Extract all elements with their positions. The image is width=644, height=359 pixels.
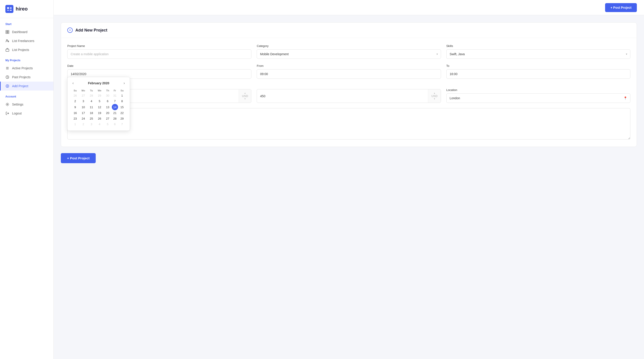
calendar-day[interactable]: 2 — [79, 122, 87, 127]
sidebar-item-label: Active Projects — [12, 66, 33, 70]
calendar-next-button[interactable]: › — [122, 81, 126, 86]
calendar-day[interactable]: 3 — [79, 98, 87, 104]
cal-dow-mo: Mo — [79, 88, 87, 93]
from-input[interactable] — [257, 69, 441, 79]
sidebar-item-dashboard[interactable]: Dashboard — [0, 28, 54, 36]
description-textarea[interactable]: both iOS and Android... — [67, 108, 630, 140]
calendar-day[interactable]: 17 — [79, 110, 87, 116]
form-row-3: Budget ▲ USD ▼ — [67, 84, 630, 103]
grid-icon — [5, 30, 10, 34]
form-title: Add New Project — [75, 28, 107, 33]
sidebar-item-settings[interactable]: Settings — [0, 100, 54, 109]
calendar-day[interactable]: 31 — [112, 93, 118, 98]
budget-max-input[interactable] — [257, 92, 428, 100]
category-select[interactable]: Mobile Development Web Development Desig… — [257, 50, 441, 59]
submit-post-project-button[interactable]: + Post Project — [61, 153, 96, 163]
sidebar-item-label: Dashboard — [12, 30, 28, 34]
location-input-wrapper: 📍 — [446, 94, 630, 103]
briefcase-icon — [5, 48, 10, 52]
sidebar-item-label: Logout — [12, 112, 22, 115]
sidebar-section-account: Account — [0, 90, 54, 100]
svg-rect-4 — [8, 32, 9, 34]
calendar-day[interactable]: 28 — [112, 116, 118, 122]
calendar-day[interactable]: 1 — [71, 122, 79, 127]
calendar-dropdown: ‹ February 2020 › Su Mo Tu — [67, 77, 130, 131]
calendar-day[interactable]: 16 — [71, 110, 79, 116]
svg-rect-6 — [6, 49, 9, 52]
calendar-day[interactable]: 14 — [112, 104, 118, 110]
from-group: From — [257, 64, 441, 79]
calendar-day[interactable]: 28 — [88, 93, 96, 98]
calendar-day[interactable]: 20 — [104, 110, 112, 116]
form-card-header: + Add New Project — [61, 22, 636, 38]
to-input[interactable] — [446, 69, 630, 79]
calendar-day[interactable]: 24 — [79, 116, 87, 122]
calendar-grid: Su Mo Tu We Th Fr Sa — [71, 88, 126, 127]
location-input[interactable] — [446, 94, 630, 103]
location-pin-icon: 📍 — [624, 96, 627, 100]
calendar-day[interactable]: 27 — [104, 116, 112, 122]
sidebar-item-logout[interactable]: Logout — [0, 109, 54, 118]
calendar-day[interactable]: 7 — [118, 122, 126, 127]
calendar-day[interactable]: 26 — [71, 93, 79, 98]
calendar-day[interactable]: 15 — [118, 104, 126, 110]
calendar-day[interactable]: 8 — [118, 98, 126, 104]
calendar-day[interactable]: 12 — [96, 104, 104, 110]
calendar-day[interactable]: 19 — [96, 110, 104, 116]
calendar-day[interactable]: 13 — [104, 104, 112, 110]
sidebar-item-label: Settings — [12, 102, 24, 106]
project-name-input[interactable] — [67, 50, 251, 59]
gear-icon — [5, 102, 10, 106]
calendar-day[interactable]: 9 — [71, 104, 79, 110]
calendar-day[interactable]: 26 — [96, 116, 104, 122]
calendar-day[interactable]: 4 — [96, 122, 104, 127]
calendar-day[interactable]: 29 — [96, 93, 104, 98]
calendar-day[interactable]: 29 — [118, 116, 126, 122]
calendar-day[interactable]: 10 — [79, 104, 87, 110]
calendar-day[interactable]: 6 — [104, 98, 112, 104]
category-group: Category Mobile Development Web Developm… — [257, 44, 441, 59]
calendar-day[interactable]: 23 — [71, 116, 79, 122]
calendar-day[interactable]: 27 — [79, 93, 87, 98]
calendar-day[interactable]: 18 — [88, 110, 96, 116]
logout-icon — [5, 111, 10, 115]
budget-min-suffix: ▲ USD ▼ — [238, 90, 251, 102]
sidebar-item-active-projects[interactable]: Active Projects — [0, 64, 54, 73]
topbar: + Post Project — [54, 0, 644, 15]
calendar-day[interactable]: 25 — [88, 116, 96, 122]
sidebar-item-past-projects[interactable]: Past Projects — [0, 73, 54, 82]
sidebar-item-label: List Freelancers — [12, 39, 34, 43]
skills-select[interactable]: Swift, Java React, Node.js Python, Djang… — [446, 50, 630, 59]
svg-rect-2 — [8, 30, 9, 32]
location-label: Location — [446, 88, 630, 92]
sidebar-item-list-projects[interactable]: List Projects — [0, 46, 54, 54]
svg-rect-1 — [6, 30, 7, 32]
calendar-day[interactable]: 5 — [104, 122, 112, 127]
budget-max-suffix: ▲ USD ▼ — [428, 90, 440, 102]
clock-icon — [5, 75, 10, 79]
category-label: Category — [257, 44, 441, 48]
calendar-day[interactable]: 2 — [71, 98, 79, 104]
calendar-month-title: February 2020 — [88, 81, 109, 85]
calendar-day[interactable]: 4 — [88, 98, 96, 104]
form-row-1: Project Name Category Mobile Development… — [67, 44, 630, 59]
svg-point-5 — [6, 40, 8, 41]
calendar-day[interactable]: 3 — [88, 122, 96, 127]
date-group: Date ‹ February 2020 › — [67, 64, 251, 79]
sidebar-item-list-freelancers[interactable]: List Freelancers — [0, 36, 54, 46]
calendar-day[interactable]: 11 — [88, 104, 96, 110]
topbar-post-project-button[interactable]: + Post Project — [605, 3, 637, 12]
cal-dow-sa: Sa — [118, 88, 126, 93]
calendar-day[interactable]: 1 — [118, 93, 126, 98]
sidebar-item-add-project[interactable]: Add Project — [0, 82, 54, 90]
calendar-day[interactable]: 22 — [118, 110, 126, 116]
main-content: + Post Project + Add New Project Project… — [54, 0, 644, 359]
calendar-day[interactable]: 21 — [112, 110, 118, 116]
sidebar-section-start: Start — [0, 18, 54, 28]
calendar-prev-button[interactable]: ‹ — [71, 81, 75, 86]
calendar-day[interactable]: 30 — [104, 93, 112, 98]
calendar-day[interactable]: 6 — [112, 122, 118, 127]
calendar-day[interactable]: 7 — [112, 98, 118, 104]
calendar-day[interactable]: 5 — [96, 98, 104, 104]
cal-dow-we: We — [96, 88, 104, 93]
